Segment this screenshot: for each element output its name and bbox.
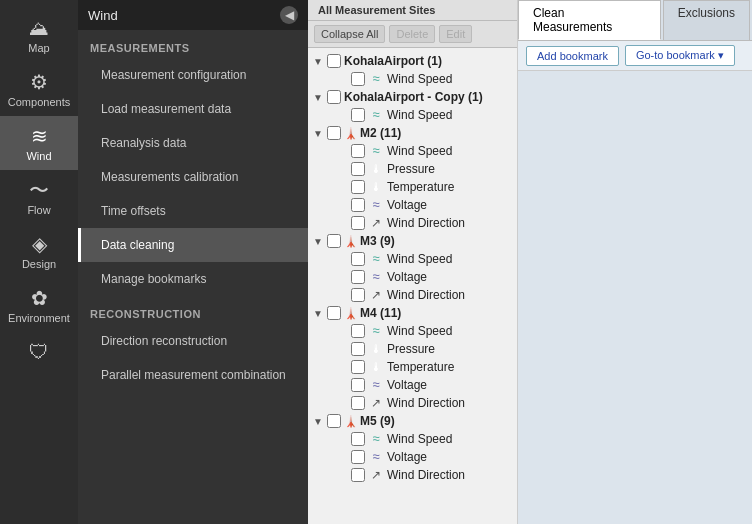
tree-checkbox-child-2-2[interactable] [351,180,365,194]
tree-checkbox-child-5-1[interactable] [351,450,365,464]
tree-site-row-4[interactable]: ▼🗼M4 (11) [308,304,517,322]
nav-item-direction-reconstruction[interactable]: Direction reconstruction [78,324,308,358]
delete-button[interactable]: Delete [389,25,435,43]
tree-site-row-3[interactable]: ▼🗼M3 (9) [308,232,517,250]
tree-child-row-2-2[interactable]: 🌡Temperature [308,178,517,196]
temperature-icon-4-2: 🌡 [368,362,384,372]
nav-item-data-cleaning-label: Data cleaning [101,238,174,252]
tree-child-row-4-1[interactable]: 🌡Pressure [308,340,517,358]
tree-toggle-2[interactable]: ▼ [312,128,324,139]
tree-site-label-3: M3 (9) [360,234,395,248]
tree-checkbox-child-3-0[interactable] [351,252,365,266]
tree-child-row-3-0[interactable]: ≈Wind Speed [308,250,517,268]
nav-item-measurement-config[interactable]: Measurement configuration [78,58,308,92]
tree-child-row-2-1[interactable]: 🌡Pressure [308,160,517,178]
antenna-icon-5: 🗼 [344,415,358,428]
nav-item-data-cleaning[interactable]: Data cleaning [78,228,308,262]
sidebar-item-security[interactable]: 🛡 [0,332,78,370]
tree-checkbox-child-2-1[interactable] [351,162,365,176]
tree-site-row-0[interactable]: ▼KohalaAirport (1) [308,52,517,70]
tree-site-label-2: M2 (11) [360,126,401,140]
tree-site-1: ▼KohalaAirport - Copy (1) ≈Wind Speed [308,88,517,124]
sidebar-item-components[interactable]: ⚙ Components [0,62,78,116]
tree-checkbox-child-2-0[interactable] [351,144,365,158]
tree-child-row-2-4[interactable]: ↗Wind Direction [308,214,517,232]
tree-checkbox-child-0-0[interactable] [351,72,365,86]
tree-checkbox-site-2[interactable] [327,126,341,140]
tree-toggle-3[interactable]: ▼ [312,236,324,247]
tree-toggle-4[interactable]: ▼ [312,308,324,319]
tree-toggle-5[interactable]: ▼ [312,416,324,427]
collapse-all-button[interactable]: Collapse All [314,25,385,43]
nav-item-manage-bookmarks[interactable]: Manage bookmarks [78,262,308,296]
nav-item-load-measurement-label: Load measurement data [101,102,231,116]
tree-site-row-2[interactable]: ▼🗼M2 (11) [308,124,517,142]
tree-child-label-2-0: Wind Speed [387,144,452,158]
tree-toggle-0[interactable]: ▼ [312,56,324,67]
nav-section-measurements: MEASUREMENTS [78,30,308,58]
tree-checkbox-site-5[interactable] [327,414,341,428]
nav-item-time-offsets[interactable]: Time offsets [78,194,308,228]
tree-checkbox-child-4-3[interactable] [351,378,365,392]
sidebar-item-map[interactable]: ⛰ Map [0,8,78,62]
tree-child-row-4-3[interactable]: ≈Voltage [308,376,517,394]
tree-toggle-1[interactable]: ▼ [312,92,324,103]
goto-bookmark-button[interactable]: Go-to bookmark ▾ [625,45,735,66]
tree-child-label-4-0: Wind Speed [387,324,452,338]
tree-child-row-2-0[interactable]: ≈Wind Speed [308,142,517,160]
tree-child-row-4-0[interactable]: ≈Wind Speed [308,322,517,340]
direction-icon-4-4: ↗ [368,398,384,408]
tree-toolbar: All Measurement Sites [308,0,517,21]
tree-checkbox-child-2-4[interactable] [351,216,365,230]
tree-child-row-1-0[interactable]: ≈Wind Speed [308,106,517,124]
tree-site-2: ▼🗼M2 (11) ≈Wind Speed 🌡Pressure 🌡Tempera… [308,124,517,232]
nav-item-measurements-calibration[interactable]: Measurements calibration [78,160,308,194]
tree-site-row-1[interactable]: ▼KohalaAirport - Copy (1) [308,88,517,106]
add-bookmark-button[interactable]: Add bookmark [526,46,619,66]
tree-checkbox-child-3-2[interactable] [351,288,365,302]
tree-child-row-2-3[interactable]: ≈Voltage [308,196,517,214]
tree-checkbox-child-2-3[interactable] [351,198,365,212]
tree-child-row-3-1[interactable]: ≈Voltage [308,268,517,286]
tree-checkbox-child-4-4[interactable] [351,396,365,410]
tree-checkbox-child-4-2[interactable] [351,360,365,374]
tree-checkbox-child-5-2[interactable] [351,468,365,482]
voltage-icon-3-1: ≈ [368,272,384,282]
tree-child-row-5-2[interactable]: ↗Wind Direction [308,466,517,484]
tree-checkbox-child-5-0[interactable] [351,432,365,446]
tree-checkbox-site-4[interactable] [327,306,341,320]
tree-site-row-5[interactable]: ▼🗼M5 (9) [308,412,517,430]
tree-child-row-3-2[interactable]: ↗Wind Direction [308,286,517,304]
environment-icon: ✿ [31,288,48,308]
tree-child-row-5-0[interactable]: ≈Wind Speed [308,430,517,448]
tree-checkbox-site-3[interactable] [327,234,341,248]
nav-item-parallel-measurement[interactable]: Parallel measurement combination [78,358,308,392]
tab-clean-measurements[interactable]: Clean Measurements [518,0,661,40]
tree-checkbox-site-1[interactable] [327,90,341,104]
tree-child-row-4-4[interactable]: ↗Wind Direction [308,394,517,412]
tree-child-label-0-0: Wind Speed [387,72,452,86]
tree-child-row-4-2[interactable]: 🌡Temperature [308,358,517,376]
tree-checkbox-child-1-0[interactable] [351,108,365,122]
nav-item-reanalysis[interactable]: Reanalysis data [78,126,308,160]
tree-child-label-2-3: Voltage [387,198,427,212]
nav-item-load-measurement[interactable]: Load measurement data [78,92,308,126]
tree-checkbox-child-4-0[interactable] [351,324,365,338]
tree-child-row-5-1[interactable]: ≈Voltage [308,448,517,466]
tree-checkbox-site-0[interactable] [327,54,341,68]
tree-child-label-3-2: Wind Direction [387,288,465,302]
nav-item-parallel-measurement-label: Parallel measurement combination [101,368,286,382]
sidebar-item-environment[interactable]: ✿ Environment [0,278,78,332]
sidebar-item-flow[interactable]: 〜 Flow [0,170,78,224]
sidebar-item-wind[interactable]: ≋ Wind [0,116,78,170]
sidebar-item-design-label: Design [22,258,56,270]
voltage-icon-2-3: ≈ [368,200,384,210]
nav-back-button[interactable]: ◀ [280,6,298,24]
tree-child-row-0-0[interactable]: ≈Wind Speed [308,70,517,88]
tree-checkbox-child-4-1[interactable] [351,342,365,356]
tab-exclusions[interactable]: Exclusions [663,0,750,40]
tree-checkbox-child-3-1[interactable] [351,270,365,284]
wind_speed-icon-0-0: ≈ [368,74,384,84]
sidebar-item-design[interactable]: ◈ Design [0,224,78,278]
edit-button[interactable]: Edit [439,25,472,43]
